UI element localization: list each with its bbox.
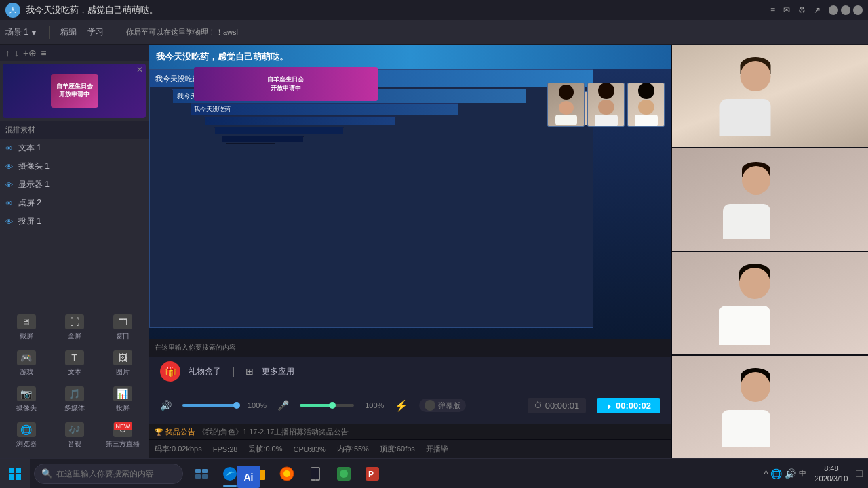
icon-game[interactable]: 🎮 游戏	[3, 346, 50, 381]
taskbar-powerpoint[interactable]: P	[358, 460, 387, 488]
search-icon: 🔍	[41, 468, 52, 479]
open-label: 开播毕	[426, 444, 448, 454]
right-cameras	[671, 45, 868, 458]
eye-icon: 👁	[5, 163, 13, 171]
head-3	[739, 268, 770, 299]
inner-banner-text: 自羊座生日会开放申请中	[267, 75, 304, 92]
svg-rect-3	[16, 474, 21, 480]
source-name: 桌屏 2	[18, 197, 41, 209]
close-button[interactable]	[853, 5, 863, 15]
source-item-screen2[interactable]: 👁 桌屏 2	[0, 194, 149, 212]
edge-icon	[222, 466, 237, 481]
icon-browser[interactable]: 🌐 浏览器	[3, 418, 50, 453]
menu-icon[interactable]: ≡	[770, 5, 775, 15]
clock-date: 2020/3/10	[814, 474, 848, 483]
volume-slider[interactable]	[182, 404, 237, 407]
text-icon: T	[65, 350, 84, 365]
inner-banner: 自羊座生日会开放申请中	[194, 67, 378, 101]
email-icon[interactable]: ✉	[783, 5, 790, 15]
gift-button[interactable]: 🎁	[160, 361, 180, 382]
window-icon: 🗔	[113, 314, 132, 329]
beauty-toggle[interactable]: 弹幕版	[419, 399, 466, 412]
settings-icon[interactable]: ⚙	[798, 5, 806, 15]
toolbar: 场景 1 ▼ 精编 学习 你居至可以在这里学物理！！awsl	[0, 20, 868, 45]
ai-label[interactable]: Ai	[237, 466, 260, 488]
browser-icon: 🌐	[17, 422, 36, 437]
source-name: 投屏 1	[18, 216, 41, 227]
preview-controls-label: 在这里输入你要搜索的内容	[155, 343, 236, 352]
main-thumb-row	[547, 83, 665, 127]
audio-icon: 🎶	[65, 422, 84, 437]
icon-media[interactable]: 🎵 多媒体	[51, 382, 98, 417]
svg-text:P: P	[368, 470, 374, 479]
banner-close[interactable]: ✕	[136, 65, 143, 75]
svg-point-15	[315, 479, 316, 481]
studio-btn[interactable]: 精编	[60, 26, 77, 38]
inner-title-3: 我今天没吃药	[194, 105, 231, 114]
powerpoint-icon: P	[365, 466, 380, 481]
start-button[interactable]	[0, 459, 30, 489]
taskbar-search[interactable]: 🔍	[34, 464, 183, 484]
tray-network[interactable]: 🌐	[770, 468, 782, 479]
banner-area: ✕ 自羊座生日会 开放申请中	[3, 64, 146, 118]
mic-slider[interactable]	[300, 404, 354, 407]
task-view-button[interactable]	[187, 460, 216, 488]
source-item-camera[interactable]: 👁 摄像头 1	[0, 157, 149, 176]
cast-icon: 📊	[113, 386, 132, 401]
apps-icon: ⊞	[245, 366, 254, 377]
icon-cast[interactable]: 📊 投屏	[99, 382, 146, 417]
nav-up[interactable]: ↑	[5, 47, 10, 58]
scene-dropdown[interactable]: 场景 1 ▼	[5, 26, 38, 38]
taskbar-app5[interactable]	[330, 460, 358, 488]
live-timer: 00:00:02	[616, 401, 651, 411]
nav-add[interactable]: +⊕	[23, 47, 37, 58]
icon-audio[interactable]: 🎶 音视	[51, 418, 98, 453]
tray-expand[interactable]: ^	[764, 469, 768, 479]
banner-text: 自羊座生日会 开放申请中	[56, 83, 93, 98]
volume-icon: 🔊	[160, 400, 172, 411]
taskbar-phone[interactable]	[301, 460, 330, 488]
taskbar-browser[interactable]	[273, 460, 301, 488]
head-1	[740, 61, 770, 92]
window-controls: ≡ ✉ ⚙ ↗	[770, 5, 863, 15]
eye-icon: 👁	[5, 144, 13, 152]
icon-fullscreen[interactable]: ⛶ 全屏	[51, 310, 98, 345]
mic-pct: 100%	[365, 401, 384, 409]
learn-btn[interactable]: 学习	[87, 26, 104, 38]
nav-list[interactable]: ≡	[41, 47, 46, 58]
mix-icon[interactable]: ⚡	[395, 399, 408, 412]
minimize-button[interactable]	[829, 5, 838, 15]
nav-down[interactable]: ↓	[14, 47, 19, 58]
preview-content: 我今天没吃药，感觉自己萌萌 我今天没吃药，感觉自己萌	[149, 69, 671, 357]
icon-third-party[interactable]: ↻ NEW 第三方直播	[99, 418, 146, 453]
person-silhouette-3	[672, 252, 868, 354]
share-icon[interactable]: ↗	[814, 5, 821, 15]
app5-icon	[336, 466, 351, 481]
live-button[interactable]: ⏵ 00:00:02	[597, 398, 660, 413]
tray-volume[interactable]: 🔊	[785, 468, 796, 479]
person-silhouette-4	[672, 356, 868, 458]
gift-label: 礼物盒子	[189, 366, 221, 378]
search-input[interactable]	[56, 469, 176, 479]
separator2	[115, 26, 115, 39]
tray-ime[interactable]: 中	[799, 468, 806, 479]
maximize-button[interactable]	[841, 5, 850, 15]
head-2	[742, 166, 770, 195]
icon-text[interactable]: T 文本	[51, 346, 98, 381]
source-item-screen1[interactable]: 👁 投屏 1	[0, 212, 149, 230]
left-panel: ↑ ↓ +⊕ ≡ ✕ 自羊座生日会 开放申请中 混排素材	[0, 45, 149, 458]
svg-rect-6	[195, 474, 201, 479]
icon-window[interactable]: 🗔 窗口	[99, 310, 146, 345]
icon-image[interactable]: 🖼 图片	[99, 346, 146, 381]
sources-list: 👁 文本 1 👁 摄像头 1 👁 显示器 1 👁 桌屏 2 👁 投	[0, 139, 149, 305]
title-bar-left: 人 我今天没吃药，感觉自己萌萌哒。	[5, 3, 158, 18]
icon-screenshot[interactable]: 🖥 截屏	[3, 310, 50, 345]
notifications-icon[interactable]: □	[856, 468, 863, 480]
camera-view-3	[672, 252, 868, 356]
camera-view-2	[672, 148, 868, 252]
source-item-monitor[interactable]: 👁 显示器 1	[0, 176, 149, 194]
title-bar: 人 我今天没吃药，感觉自己萌萌哒。 ≡ ✉ ⚙ ↗	[0, 0, 868, 20]
image-icon: 🖼	[113, 350, 132, 365]
source-item-text[interactable]: 👁 文本 1	[0, 139, 149, 157]
icon-webcam[interactable]: 📷 摄像头	[3, 382, 50, 417]
